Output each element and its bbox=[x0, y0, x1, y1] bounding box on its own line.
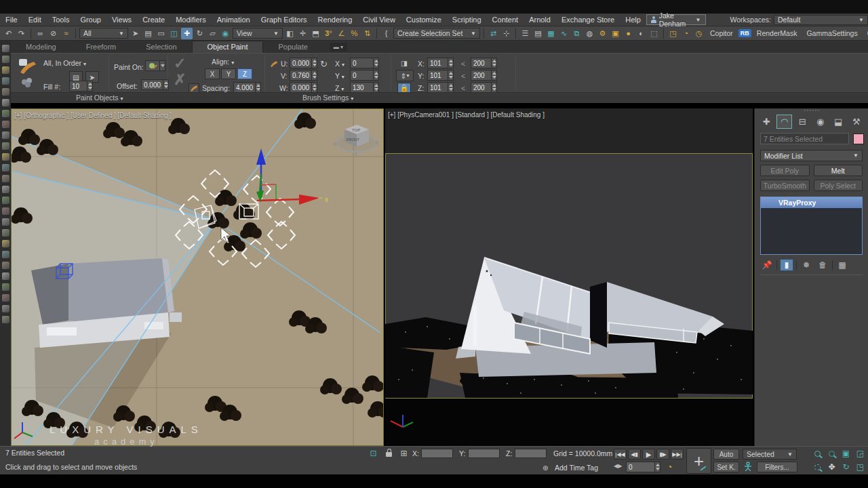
menu-file[interactable]: File bbox=[0, 16, 23, 24]
spacing-spinner[interactable]: 4.000 bbox=[233, 82, 261, 93]
scale-z-min-spinner[interactable]: 101 bbox=[427, 82, 454, 93]
play-button[interactable]: ▶ bbox=[642, 449, 655, 460]
modifier-stack[interactable]: VRayProxy bbox=[760, 197, 863, 255]
menu-scripting[interactable]: Scripting bbox=[447, 16, 487, 24]
viewport-physcamera[interactable]: [+] [PhysCamera001 ] [Standard ] [Defaul… bbox=[385, 108, 753, 446]
set-keys-button[interactable]: + bbox=[686, 448, 711, 474]
paint-objects-panel-label[interactable]: Paint Objects ▾ bbox=[76, 94, 123, 102]
selection-lock-toggle-icon[interactable] bbox=[386, 452, 392, 457]
scale-y-max-spinner[interactable]: 200 bbox=[471, 70, 497, 81]
quad-toolbar-icon[interactable] bbox=[2, 153, 9, 161]
rotation-z-spinner[interactable]: 130 bbox=[350, 82, 379, 93]
redo-icon[interactable]: ↷ bbox=[16, 28, 27, 39]
quad-menu-toolbar[interactable] bbox=[0, 41, 11, 474]
menu-tools[interactable]: Tools bbox=[47, 16, 75, 24]
zoom-region-icon[interactable] bbox=[811, 462, 824, 472]
tab-create-icon[interactable]: ✚ bbox=[759, 115, 774, 129]
maximize-viewport-toggle-icon[interactable]: ◳ bbox=[854, 462, 867, 472]
rotation-y-dropdown[interactable]: Y ▾ bbox=[335, 72, 344, 80]
tab-utilities-icon[interactable]: ⚒ bbox=[848, 115, 864, 129]
menu-rendering[interactable]: Rendering bbox=[313, 16, 358, 24]
scale-mode-dropdown[interactable]: ⇕ ▾ bbox=[396, 70, 414, 81]
quad-toolbar-icon[interactable] bbox=[2, 283, 9, 291]
rotation-y-spinner[interactable]: 0 bbox=[350, 70, 379, 81]
v-spinner[interactable]: 0.760 bbox=[290, 70, 317, 81]
select-and-scale-icon[interactable]: ▱ bbox=[207, 28, 218, 39]
u-spinner[interactable]: 0.000 bbox=[290, 58, 317, 68]
orbit-icon[interactable]: ↻ bbox=[840, 462, 852, 472]
time-configuration-icon[interactable]: ◔ bbox=[667, 462, 672, 472]
viewcube[interactable]: TOP FRONT W S E bbox=[333, 125, 379, 157]
ribbon-toggle-icon[interactable]: ▦ bbox=[545, 28, 557, 39]
previous-frame-button[interactable]: ◀▮ bbox=[628, 449, 641, 460]
paint-on-dropdown[interactable] bbox=[145, 60, 165, 71]
quad-toolbar-icon[interactable] bbox=[2, 272, 9, 280]
quad-toolbar-icon[interactable] bbox=[2, 45, 9, 52]
quad-toolbar-icon[interactable] bbox=[2, 131, 9, 139]
align-z-button[interactable]: Z bbox=[237, 68, 252, 79]
crossing-selection-icon[interactable]: ◫ bbox=[168, 28, 180, 39]
turbosmooth-button[interactable]: TurboSmooth bbox=[760, 180, 810, 191]
select-and-link-icon[interactable]: ∞ bbox=[35, 28, 46, 39]
quad-toolbar-icon[interactable] bbox=[2, 56, 9, 63]
select-object-icon[interactable]: ➤ bbox=[130, 28, 141, 39]
align-dropdown[interactable]: Align: ▾ bbox=[212, 58, 234, 66]
quad-toolbar-icon[interactable] bbox=[2, 218, 9, 226]
edit-named-selection-icon[interactable]: { bbox=[380, 28, 392, 39]
undo-icon[interactable]: ↶ bbox=[3, 28, 14, 39]
tab-display-icon[interactable]: ⬓ bbox=[831, 115, 846, 129]
character-rig-icon[interactable] bbox=[743, 462, 753, 472]
keyboard-shortcut-toggle-icon[interactable]: ⬒ bbox=[310, 28, 321, 39]
coord-x-field[interactable] bbox=[421, 449, 453, 458]
mirror-icon[interactable]: ⇄ bbox=[488, 28, 499, 39]
render-production-icon[interactable]: ● bbox=[623, 28, 634, 39]
add-time-tag[interactable]: Add Time Tag bbox=[555, 464, 598, 472]
align-y-button[interactable]: Y bbox=[221, 68, 236, 79]
quad-toolbar-icon[interactable] bbox=[2, 121, 9, 128]
menu-animation[interactable]: Animation bbox=[212, 16, 256, 24]
pan-hand-icon[interactable]: ✥ bbox=[825, 462, 838, 472]
snap-toggle-3d-icon[interactable]: 3° bbox=[323, 28, 334, 39]
bind-to-space-warp-icon[interactable]: ≈ bbox=[60, 28, 72, 39]
brush-settings-panel-label[interactable]: Brush Settings ▾ bbox=[302, 94, 353, 102]
tab-hierarchy-icon[interactable]: ⊟ bbox=[795, 115, 810, 129]
material-editor-icon[interactable]: ◍ bbox=[584, 28, 595, 39]
menu-create[interactable]: Create bbox=[137, 16, 170, 24]
render-timer-icon[interactable]: ◷ bbox=[693, 28, 705, 39]
poly-select-button[interactable]: Poly Select bbox=[814, 180, 863, 191]
render-iterative-icon[interactable]: ◐ bbox=[635, 28, 647, 39]
set-key-button[interactable]: Set K. bbox=[713, 462, 739, 472]
coord-y-field[interactable] bbox=[468, 449, 500, 458]
key-mode-toggle-icon[interactable]: ◀▶ bbox=[614, 463, 622, 469]
eraser-objects-icon[interactable] bbox=[20, 77, 35, 89]
select-and-move-icon[interactable]: ✚ bbox=[181, 28, 193, 39]
percent-snap-icon[interactable]: % bbox=[349, 28, 360, 39]
scale-y-min-spinner[interactable]: 101 bbox=[427, 70, 454, 81]
viewcube-top-label[interactable]: TOP bbox=[352, 128, 360, 132]
ribbon-config-dropdown[interactable]: ▬ ▾ bbox=[330, 43, 347, 52]
object-color-swatch[interactable] bbox=[853, 134, 864, 144]
menu-views[interactable]: Views bbox=[106, 16, 137, 24]
quad-toolbar-icon[interactable] bbox=[2, 197, 9, 204]
configure-modifier-sets-icon[interactable]: ▦ bbox=[835, 259, 849, 271]
reference-coordinate-dropdown[interactable]: View ▼ bbox=[233, 28, 283, 39]
copitor-tool-label[interactable]: Copitor bbox=[706, 29, 737, 37]
tab-modeling[interactable]: Modeling bbox=[11, 41, 71, 53]
w-spinner[interactable]: 0.000 bbox=[290, 82, 317, 93]
curve-editor-icon[interactable]: ∿ bbox=[558, 28, 570, 39]
menu-edit[interactable]: Edit bbox=[23, 16, 47, 24]
quad-toolbar-icon[interactable] bbox=[2, 229, 9, 237]
scale-z-max-spinner[interactable]: 200 bbox=[471, 82, 497, 93]
menu-arnold[interactable]: Arnold bbox=[524, 16, 556, 24]
offset-spinner[interactable]: 0.000 bbox=[141, 79, 169, 90]
align-icon[interactable]: ⊹ bbox=[500, 28, 512, 39]
quad-toolbar-icon[interactable] bbox=[2, 207, 9, 215]
unlink-selection-icon[interactable]: ⊘ bbox=[47, 28, 59, 39]
select-manipulate-icon[interactable]: ✛ bbox=[297, 28, 309, 39]
melt-button[interactable]: Melt bbox=[814, 165, 863, 176]
rendered-frame-window-icon[interactable]: ▣ bbox=[610, 28, 621, 39]
quad-toolbar-icon[interactable] bbox=[2, 294, 9, 302]
modifier-list-dropdown[interactable]: Modifier List ▼ bbox=[760, 150, 863, 161]
quad-toolbar-icon[interactable] bbox=[2, 142, 9, 150]
tab-motion-icon[interactable]: ◉ bbox=[812, 115, 828, 129]
